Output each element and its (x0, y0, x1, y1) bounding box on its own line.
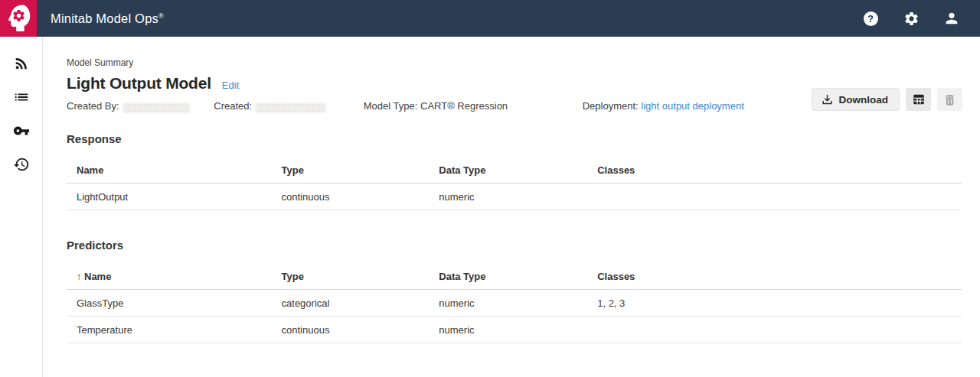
col-header-type: Type (282, 164, 439, 176)
main-content: Model Summary Light Output Model Edit Cr… (43, 37, 980, 377)
person-icon (943, 10, 960, 27)
cell-data-type: numeric (439, 324, 597, 336)
response-section: Response Name Type Data Type Classes Lig… (67, 132, 962, 210)
predictors-table: ↑Name Type Data Type Classes GlassType c… (67, 266, 962, 343)
account-button[interactable] (943, 10, 960, 27)
minitab-logo[interactable] (0, 0, 37, 37)
model-type-label: Model Type: (364, 100, 418, 112)
col-header-type: Type (282, 271, 439, 282)
table-row: Temperature continuous numeric (67, 317, 962, 343)
response-table-header: Name Type Data Type Classes (67, 160, 962, 184)
breadcrumb: Model Summary (67, 57, 962, 69)
trash-icon (942, 93, 957, 107)
top-app-bar: Minitab Model Ops® ? (0, 0, 980, 37)
delete-model-button[interactable] (937, 88, 962, 111)
download-icon (821, 93, 834, 106)
cell-name: LightOutput (67, 191, 282, 203)
registered-mark: ® (158, 11, 164, 19)
col-header-name: Name (67, 164, 282, 176)
score-data-button[interactable] (906, 88, 931, 111)
sidebar-item-history[interactable] (0, 148, 42, 181)
page-title: Light Output Model (67, 74, 211, 93)
deployment-link[interactable]: light output deployment (641, 100, 743, 112)
response-table: Name Type Data Type Classes LightOutput … (67, 160, 962, 210)
help-button[interactable]: ? (862, 10, 879, 27)
key-icon (13, 122, 30, 139)
created-value-redacted: ▒▒▒▒▒▒▒▒▒▒▒▒▒▒▒ (255, 102, 325, 112)
cell-name: GlassType (67, 297, 282, 309)
table-row: GlassType categorical numeric 1, 2, 3 (67, 290, 962, 317)
data-table-icon (911, 92, 926, 107)
deployment-label: Deployment: (583, 100, 639, 112)
cell-type: continuous (282, 191, 439, 203)
stream-icon (13, 55, 30, 72)
col-header-classes: Classes (597, 164, 962, 176)
cell-data-type: numeric (439, 191, 597, 203)
cell-data-type: numeric (439, 297, 597, 309)
download-button-label: Download (839, 94, 889, 106)
cell-classes: 1, 2, 3 (597, 297, 962, 309)
col-header-classes: Classes (597, 271, 962, 282)
sidebar-item-deployments[interactable] (0, 47, 42, 80)
created-by-value-redacted: ▒▒▒▒▒▒▒▒▒▒▒▒ (122, 102, 190, 112)
sort-ascending-icon: ↑ (77, 271, 81, 282)
edit-link[interactable]: Edit (222, 80, 239, 91)
settings-button[interactable] (903, 10, 920, 27)
sidebar-item-models[interactable] (0, 80, 42, 114)
sidebar-item-api-keys[interactable] (0, 114, 42, 148)
response-heading: Response (67, 132, 962, 146)
table-row: LightOutput continuous numeric (67, 184, 962, 210)
col-header-name-sortable[interactable]: ↑Name (67, 271, 282, 282)
cell-type: categorical (282, 297, 439, 309)
created-label: Created: (214, 100, 252, 112)
download-button[interactable]: Download (812, 88, 900, 111)
predictors-heading: Predictors (67, 239, 962, 252)
predictors-table-header: ↑Name Type Data Type Classes (67, 266, 962, 290)
gear-icon (903, 11, 920, 27)
list-icon (13, 89, 30, 106)
col-header-data-type: Data Type (439, 164, 597, 176)
minitab-brain-gear-icon (0, 0, 37, 37)
col-header-data-type: Data Type (439, 271, 597, 282)
app-title: Minitab Model Ops® (51, 11, 164, 26)
predictors-section: Predictors ↑Name Type Data Type Classes … (67, 239, 962, 343)
cell-type: continuous (282, 324, 439, 336)
model-type-value: CART® Regression (420, 100, 508, 112)
cell-name: Temperature (67, 324, 282, 336)
model-actions: Download (812, 88, 963, 111)
history-icon (13, 156, 30, 173)
help-icon: ? (864, 11, 878, 26)
created-by-label: Created By: (67, 100, 119, 112)
left-nav-sidebar (0, 37, 43, 377)
